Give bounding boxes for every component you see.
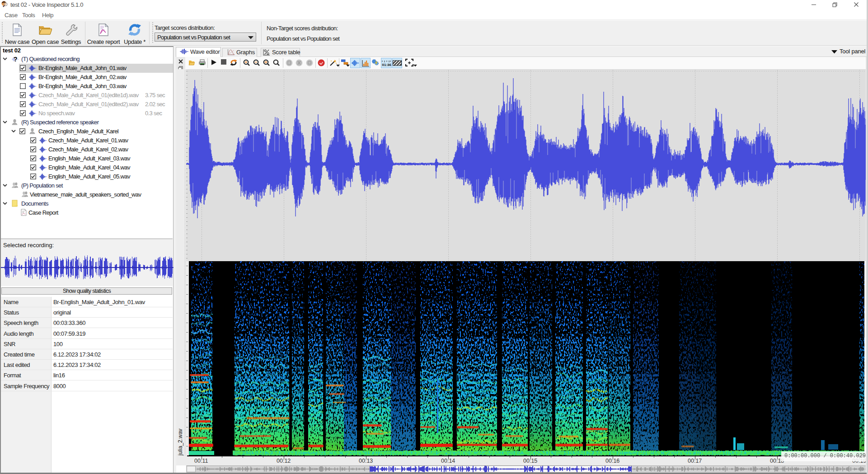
svg-text:01:36: 01:36 bbox=[382, 63, 392, 67]
svg-text:?: ? bbox=[14, 56, 17, 62]
